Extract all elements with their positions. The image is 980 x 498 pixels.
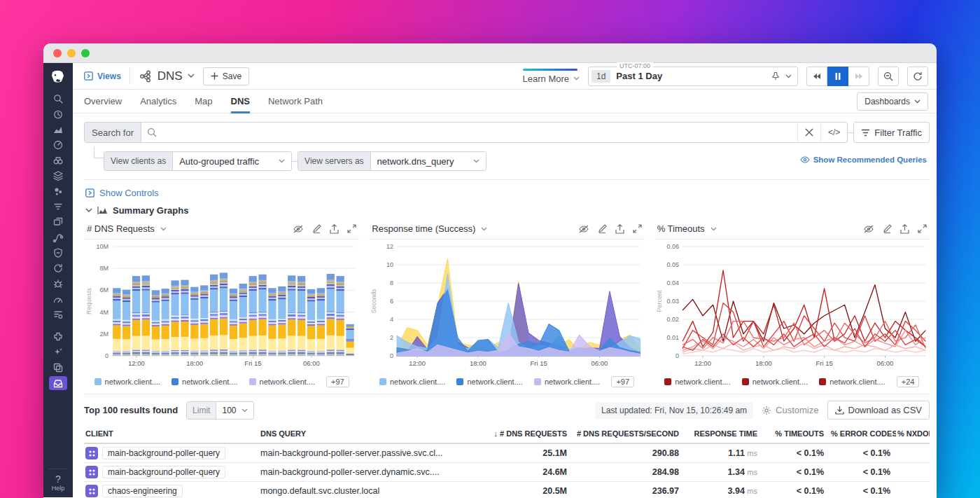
- summary-graphs-header[interactable]: Summary Graphs: [85, 205, 930, 216]
- view-clients-dropdown[interactable]: Auto-grouped traffic: [173, 156, 291, 167]
- chevron-down-icon[interactable]: [160, 227, 167, 231]
- sidebar-item-duplicate[interactable]: [43, 360, 73, 375]
- save-button[interactable]: Save: [203, 67, 249, 85]
- sidebar-item-ux-monitoring[interactable]: [43, 214, 73, 230]
- sidebar-item-ai-assistant[interactable]: [43, 345, 73, 360]
- table-row[interactable]: main-background-poller-querymain-backgro…: [84, 463, 930, 482]
- show-recommended-queries-link[interactable]: Show Recommended Queries: [800, 155, 930, 164]
- column-header[interactable]: % TIMEOUTS: [763, 425, 830, 443]
- tab-analytics[interactable]: Analytics: [140, 90, 176, 113]
- fullscreen-chart-icon[interactable]: [633, 224, 642, 233]
- edit-chart-icon[interactable]: [312, 224, 321, 233]
- legend-item[interactable]: network.client....: [819, 378, 885, 386]
- sidebar-item-service-map[interactable]: [43, 230, 73, 245]
- legend-item[interactable]: network.client....: [379, 378, 445, 386]
- sidebar-item-apm[interactable]: [43, 184, 73, 199]
- share-chart-icon[interactable]: [615, 224, 624, 234]
- download-csv-button[interactable]: Download as CSV: [827, 401, 930, 420]
- fullscreen-chart-icon[interactable]: [918, 224, 927, 233]
- sidebar-item-history[interactable]: [43, 106, 73, 122]
- tab-dns[interactable]: DNS: [231, 90, 250, 113]
- pin-icon[interactable]: [771, 71, 780, 81]
- table-row[interactable]: chaos-engineeringmongo.default.svc.clust…: [84, 482, 930, 498]
- sidebar-item-error-tracking[interactable]: [43, 276, 73, 291]
- column-header[interactable]: % ERROR CODES: [830, 425, 896, 443]
- dashboards-dropdown[interactable]: Dashboards: [857, 92, 928, 111]
- legend-item[interactable]: network.client....: [534, 378, 600, 386]
- pause-button[interactable]: [827, 67, 848, 86]
- share-chart-icon[interactable]: [900, 224, 909, 234]
- chevron-down-icon[interactable]: [481, 227, 487, 231]
- clear-search-icon[interactable]: [797, 123, 820, 142]
- table-row[interactable]: main-background-poller-querymain-backgro…: [84, 443, 930, 463]
- sidebar-item-logs[interactable]: [43, 199, 73, 214]
- client-name[interactable]: chaos-engineering: [102, 485, 183, 497]
- limit-dropdown[interactable]: 100: [216, 406, 253, 415]
- chevron-down-icon[interactable]: [710, 227, 717, 231]
- column-header[interactable]: % NXDOMAIN: [896, 425, 930, 443]
- zoom-out-button[interactable]: [878, 67, 899, 86]
- hide-chart-icon[interactable]: [293, 225, 304, 233]
- legend-item[interactable]: network.client....: [172, 378, 237, 386]
- chart-title-dropdown[interactable]: Response time (Success): [372, 223, 475, 234]
- minimize-window-button[interactable]: [67, 49, 76, 57]
- sidebar-item-synthetics[interactable]: [43, 261, 73, 276]
- legend-item[interactable]: network.client....: [456, 378, 522, 386]
- sidebar-item-settings-list[interactable]: [43, 307, 73, 322]
- sidebar-item-infrastructure[interactable]: [43, 168, 73, 184]
- edit-chart-icon[interactable]: [598, 224, 607, 233]
- client-name[interactable]: main-background-poller-query: [102, 447, 225, 459]
- fullscreen-chart-icon[interactable]: [347, 224, 356, 233]
- zoom-window-button[interactable]: [81, 49, 90, 57]
- filter-traffic-button[interactable]: Filter Traffic: [853, 122, 930, 143]
- chart-title-dropdown[interactable]: # DNS Requests: [87, 223, 155, 234]
- tab-overview[interactable]: Overview: [84, 90, 122, 113]
- legend-item[interactable]: network.client....: [742, 378, 808, 386]
- chart-title-dropdown[interactable]: % Timeouts: [657, 223, 705, 234]
- legend-more-badge[interactable]: +97: [326, 376, 349, 387]
- refresh-button[interactable]: [907, 67, 928, 86]
- search-input[interactable]: [160, 127, 797, 138]
- column-header[interactable]: RESPONSE TIME: [685, 425, 763, 443]
- chevron-down-icon[interactable]: [785, 74, 792, 78]
- dns-query-cell[interactable]: main-background-poller-server.dynamic.sv…: [259, 463, 490, 482]
- sidebar-item-metrics[interactable]: [43, 122, 73, 137]
- hide-chart-icon[interactable]: [863, 225, 874, 233]
- close-window-button[interactable]: [53, 49, 62, 57]
- tab-map[interactable]: Map: [195, 90, 212, 113]
- column-header[interactable]: CLIENT: [84, 425, 259, 443]
- view-servers-dropdown[interactable]: network.dns_query: [371, 156, 486, 167]
- sidebar-item-security[interactable]: [43, 245, 73, 261]
- sidebar-item-inbox[interactable]: [43, 375, 73, 391]
- column-header[interactable]: ↓# DNS REQUESTS: [490, 425, 573, 443]
- datadog-logo-icon[interactable]: [43, 63, 73, 91]
- timeouts-chart[interactable]: 00.010.020.030.040.050.06Percent12:0018:…: [654, 240, 930, 373]
- time-range-picker[interactable]: UTC-07:00 1d Past 1 Day: [588, 67, 798, 86]
- legend-item[interactable]: network.client....: [94, 378, 160, 386]
- edit-chart-icon[interactable]: [883, 224, 892, 233]
- view-title[interactable]: DNS: [139, 69, 195, 83]
- dns-query-cell[interactable]: mongo.default.svc.cluster.local: [259, 482, 490, 498]
- legend-item[interactable]: network.client....: [249, 378, 315, 386]
- share-chart-icon[interactable]: [330, 224, 339, 234]
- rewind-button[interactable]: [806, 67, 827, 86]
- response-time-chart[interactable]: 024681012Seconds12:0018:00Fri 1506:00: [369, 240, 644, 373]
- customize-button[interactable]: Customize: [762, 405, 818, 415]
- dns-requests-chart[interactable]: 02M4M6M8M10MRequests12:0018:00Fri 1506:0…: [84, 240, 359, 373]
- views-button[interactable]: Views: [84, 71, 121, 81]
- sidebar-item-integrations[interactable]: [43, 329, 73, 345]
- code-query-toggle[interactable]: </>: [820, 123, 847, 142]
- tab-network-path[interactable]: Network Path: [268, 90, 323, 113]
- sidebar-item-dashboards[interactable]: [43, 137, 73, 153]
- sidebar-help[interactable]: ? Help: [52, 473, 65, 492]
- column-header[interactable]: DNS QUERY: [259, 425, 490, 443]
- dns-query-cell[interactable]: main-background-poller-server.passive.sv…: [259, 443, 490, 463]
- legend-more-badge[interactable]: +97: [611, 376, 634, 387]
- learn-more-dropdown[interactable]: Learn More: [523, 69, 580, 84]
- column-header[interactable]: # DNS REQUESTS/SECOND: [573, 425, 685, 443]
- sidebar-item-search[interactable]: [43, 91, 73, 106]
- legend-more-badge[interactable]: +24: [897, 376, 920, 387]
- legend-item[interactable]: network.client....: [664, 378, 730, 386]
- forward-button[interactable]: [848, 67, 869, 86]
- hide-chart-icon[interactable]: [578, 225, 589, 233]
